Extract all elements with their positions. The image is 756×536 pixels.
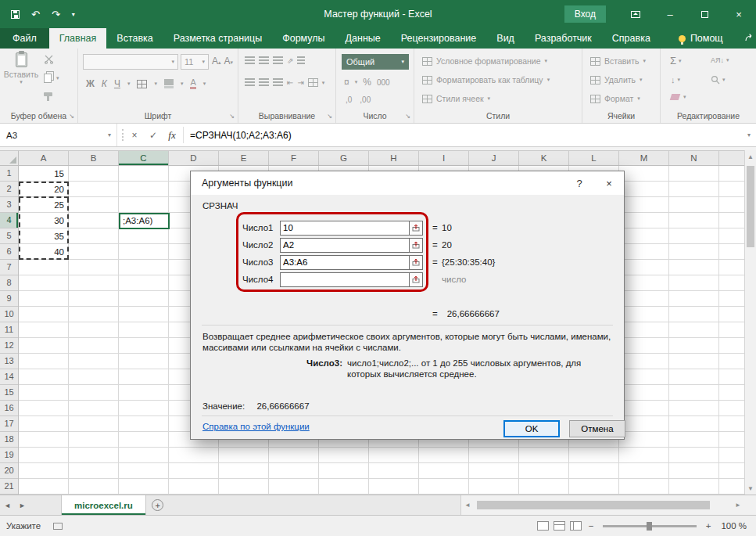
cell-a5[interactable]: 35	[19, 228, 66, 244]
fill-color-dropdown-icon[interactable]: ▾	[181, 81, 184, 87]
column-header-g[interactable]: G	[319, 151, 369, 165]
view-page-layout-icon[interactable]	[554, 521, 565, 531]
row-header[interactable]: 18	[0, 432, 18, 448]
tell-me-box[interactable]: Помощ	[668, 28, 733, 49]
insert-cells-button[interactable]: Вставить ▾	[590, 56, 646, 66]
row-header[interactable]: 21	[0, 479, 18, 495]
row-header[interactable]: 16	[0, 401, 18, 416]
customize-qat-icon[interactable]: ▾	[72, 11, 75, 18]
align-right-icon[interactable]	[273, 78, 283, 87]
vertical-scroll-thumb[interactable]	[747, 166, 754, 247]
cell-styles-button[interactable]: Стили ячеек ▾	[422, 94, 490, 103]
sheet-nav-left-icon[interactable]: ◄	[0, 495, 15, 515]
cell-a4[interactable]: 30	[19, 213, 66, 228]
fill-color-icon[interactable]	[164, 79, 174, 85]
view-page-break-icon[interactable]	[570, 521, 582, 531]
sheet-tab-active[interactable]: microexcel.ru	[61, 495, 146, 515]
add-sheet-button[interactable]: +	[146, 495, 170, 515]
ok-button[interactable]: OK	[503, 420, 560, 437]
tab-page-layout[interactable]: Разметка страницы	[163, 28, 272, 49]
tab-help[interactable]: Справка	[602, 28, 661, 49]
column-header-b[interactable]: B	[69, 151, 119, 165]
font-color-icon[interactable]: А	[190, 78, 195, 89]
font-dialog-launcher-icon[interactable]: ↘	[229, 113, 235, 120]
comma-style-icon[interactable]: 000	[377, 78, 390, 87]
tab-review[interactable]: Рецензирование	[391, 28, 487, 49]
font-name-combo[interactable]: ▾	[83, 54, 178, 70]
ribbon-display-options-icon[interactable]	[618, 0, 653, 28]
accounting-dropdown-icon[interactable]: ▾	[355, 79, 358, 85]
column-header-e[interactable]: E	[219, 151, 269, 165]
scroll-down-icon[interactable]: ▼	[745, 482, 756, 495]
row-header[interactable]: 8	[0, 275, 18, 291]
align-center-icon[interactable]	[259, 78, 269, 87]
formula-input[interactable]: =СРЗНАЧ(10;A2;A3:A6)	[185, 124, 742, 146]
scroll-up-icon[interactable]: ▲	[745, 150, 756, 163]
arg2-collapse-dialog-icon[interactable]	[410, 238, 423, 253]
arg2-input[interactable]	[280, 238, 410, 253]
percent-style-icon[interactable]: %	[363, 77, 371, 88]
italic-button[interactable]: К	[102, 78, 107, 89]
arg4-input[interactable]	[280, 272, 410, 287]
zoom-level[interactable]: 100 %	[715, 521, 756, 531]
column-header-k[interactable]: K	[519, 151, 569, 165]
cell-a2[interactable]: 20	[19, 182, 66, 197]
increase-indent-icon[interactable]: ⇥	[297, 78, 303, 87]
row-header[interactable]: 17	[0, 416, 18, 432]
cell-a3[interactable]: 25	[19, 197, 66, 213]
borders-icon[interactable]	[137, 80, 147, 88]
formula-bar-expand-icon[interactable]: ▾	[742, 124, 756, 146]
align-bottom-icon[interactable]	[273, 56, 283, 65]
number-dialog-launcher-icon[interactable]: ↘	[405, 113, 410, 120]
align-middle-icon[interactable]	[259, 56, 269, 65]
clear-button[interactable]: ▾	[671, 94, 686, 100]
vertical-scrollbar[interactable]: ▲ ▼	[744, 150, 756, 495]
row-header[interactable]: 11	[0, 322, 18, 338]
format-cells-button[interactable]: Формат ▾	[590, 94, 640, 103]
minimize-button[interactable]: –	[653, 0, 687, 28]
merge-center-icon[interactable]	[308, 78, 318, 87]
row-header[interactable]: 9	[0, 291, 18, 307]
tab-insert[interactable]: Вставка	[106, 28, 163, 49]
cell-a1[interactable]: 15	[19, 166, 66, 182]
sheet-nav-right-icon[interactable]: ►	[15, 495, 30, 515]
undo-icon[interactable]: ↶	[31, 9, 40, 20]
cancel-button[interactable]: Отмена	[569, 420, 625, 437]
decrease-decimal-icon[interactable]: ,00	[360, 95, 371, 104]
zoom-slider[interactable]	[603, 525, 697, 527]
cut-button[interactable]	[44, 55, 54, 64]
zoom-in-icon[interactable]: +	[701, 521, 715, 531]
increase-decimal-icon[interactable]: ,0	[346, 95, 352, 104]
tab-view[interactable]: Вид	[486, 28, 525, 49]
row-header[interactable]: 13	[0, 354, 18, 369]
column-header-l[interactable]: L	[569, 151, 619, 165]
row-header[interactable]: 7	[0, 260, 18, 275]
align-top-icon[interactable]	[245, 56, 255, 65]
horizontal-scroll-thumb[interactable]	[477, 501, 710, 509]
column-header-i[interactable]: I	[419, 151, 469, 165]
font-color-dropdown-icon[interactable]: ▾	[203, 81, 206, 87]
sign-in-button[interactable]: Вход	[564, 5, 606, 23]
name-box-dropdown-icon[interactable]: ▾	[102, 131, 116, 138]
dialog-close-icon[interactable]: ×	[594, 171, 624, 195]
copy-button[interactable]: ▾	[44, 74, 59, 83]
function-help-link[interactable]: Справка по этой функции	[202, 422, 310, 431]
formula-bar-grip[interactable]	[119, 129, 124, 141]
name-box[interactable]: A3 ▾	[0, 124, 117, 146]
dialog-help-icon[interactable]: ?	[564, 171, 594, 195]
row-header[interactable]: 20	[0, 463, 18, 479]
row-header[interactable]: 3	[0, 197, 18, 213]
shrink-font-button[interactable]: А▾	[224, 56, 234, 67]
cell-a6[interactable]: 40	[19, 244, 66, 260]
fill-button[interactable]: ↓ ▾	[671, 75, 680, 85]
maximize-button[interactable]	[687, 0, 722, 28]
row-header[interactable]: 19	[0, 448, 18, 463]
column-header-h[interactable]: H	[369, 151, 419, 165]
number-format-combo[interactable]: Общий ▾	[342, 54, 409, 70]
underline-button[interactable]: Ч	[114, 78, 120, 89]
column-header-j[interactable]: J	[469, 151, 519, 165]
alignment-dialog-launcher-icon[interactable]: ↘	[327, 113, 332, 120]
paste-button[interactable]: Вставить ▾	[3, 52, 39, 85]
tab-file[interactable]: Файл	[0, 28, 49, 49]
active-cell-c4[interactable]: ;A3:A6)	[119, 213, 170, 229]
